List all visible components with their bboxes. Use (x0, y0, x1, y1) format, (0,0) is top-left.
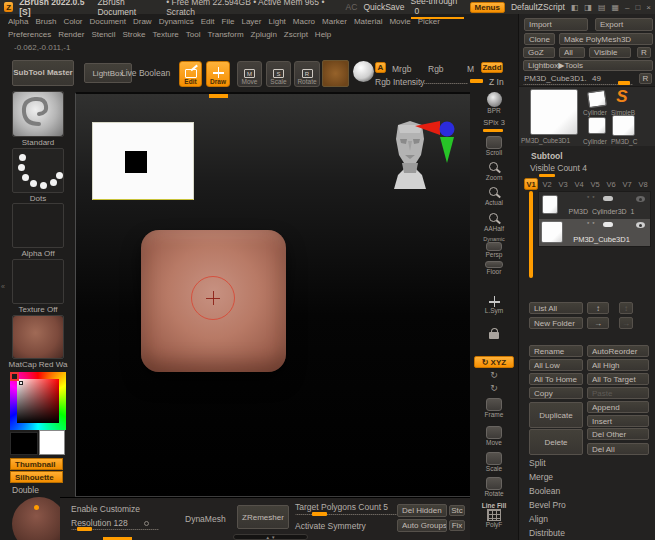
auto-groups-button[interactable]: Auto Groups (397, 519, 447, 532)
visibility-eye-icon-dim[interactable] (636, 196, 645, 202)
rotate-y-button[interactable]: ↻ (470, 370, 518, 380)
insert-button[interactable]: Insert (587, 415, 649, 427)
vtab-7[interactable]: V8 (636, 178, 650, 190)
a-toggle-button[interactable]: A (375, 62, 386, 73)
menu-3[interactable]: Document (90, 17, 126, 26)
vtab-6[interactable]: V7 (620, 178, 634, 190)
shelf-rotate-button[interactable]: Rotate (470, 477, 518, 497)
aahalf-button[interactable]: AAHalf (470, 213, 518, 232)
menus-button[interactable]: Menus (470, 2, 505, 13)
scroll-button[interactable]: Scroll (470, 136, 518, 156)
active-tool-slider[interactable]: PM3D_Cube3D1. 49 (523, 73, 653, 85)
floor-button[interactable]: Floor (470, 261, 518, 275)
distribute-section[interactable]: Distribute (529, 528, 565, 538)
del-other-button[interactable]: Del Other (587, 428, 649, 440)
thumbnail-button[interactable]: Thumbnail (10, 458, 63, 470)
copy-button[interactable]: Copy (529, 387, 583, 399)
polypaint-toggle[interactable] (603, 196, 613, 201)
menu-8[interactable]: Layer (241, 17, 261, 26)
rotate-button[interactable]: R Rotate (294, 61, 320, 87)
menu-9[interactable]: Help (315, 30, 331, 39)
menu-1[interactable]: Brush (35, 17, 56, 26)
menu-2[interactable]: Color (63, 17, 82, 26)
tray-scroll-widget[interactable]: ▲ ▼ (233, 534, 308, 540)
material-sphere-icon[interactable] (353, 61, 374, 82)
polypaint-toggle-selected[interactable] (603, 222, 613, 227)
autoreorder-button[interactable]: AutoReorder (587, 345, 649, 357)
shelf-scale-button[interactable]: Scale (470, 452, 518, 472)
minimize-button[interactable]: – (625, 3, 629, 12)
list-all-button[interactable]: List All (529, 302, 583, 314)
subtool-row-cube-selected[interactable]: ** PM3D_Cube3D1 (539, 219, 650, 246)
menu-3[interactable]: Stroke (122, 30, 145, 39)
menu-2[interactable]: Stencil (91, 30, 115, 39)
polyframe-button[interactable]: Line Fill PolyF (470, 502, 518, 528)
actual-button[interactable]: Actual (470, 187, 518, 206)
quicksave-button[interactable]: QuickSave (363, 2, 404, 12)
vtab-3[interactable]: V4 (572, 178, 586, 190)
subtool-master-button[interactable]: SubTool Master (12, 60, 74, 86)
maximize-button[interactable]: □ (635, 3, 640, 12)
resolution-radio-icon[interactable] (144, 521, 149, 526)
document-canvas[interactable] (75, 92, 470, 497)
all-to-home-button[interactable]: All To Home (529, 373, 583, 385)
mrgb-button[interactable]: Mrgb (392, 64, 411, 74)
duplicate-button[interactable]: Duplicate (529, 402, 583, 428)
scale-button[interactable]: S Scale (266, 61, 291, 87)
active-tool-handle[interactable] (618, 81, 630, 85)
all-to-target-button[interactable]: All To Target (587, 373, 649, 385)
vtab-1[interactable]: V2 (540, 178, 554, 190)
dynamesh-label[interactable]: DynaMesh (185, 514, 226, 524)
menu-4[interactable]: Draw (133, 17, 152, 26)
rotate-z-button[interactable]: ↻ (470, 383, 518, 393)
resolution-handle[interactable] (77, 527, 92, 531)
menu-11[interactable]: Marker (322, 17, 347, 26)
color-picker-cursor[interactable] (19, 381, 23, 385)
align-section[interactable]: Align (529, 514, 548, 524)
spix-handle[interactable] (483, 129, 503, 132)
scroll-down-icon[interactable]: ▼ (271, 535, 275, 540)
menu-4[interactable]: Texture (153, 30, 179, 39)
double-label[interactable]: Double (12, 485, 39, 495)
vtab-4[interactable]: V5 (588, 178, 602, 190)
boolean-section[interactable]: Boolean (529, 486, 560, 496)
move-button[interactable]: M Move (237, 61, 262, 87)
material-slot[interactable] (12, 315, 64, 359)
layout-left-icon[interactable]: ◧ (571, 3, 579, 12)
make-polymesh3d-button[interactable]: Make PolyMesh3D (559, 33, 653, 45)
preview-light-dot[interactable] (34, 505, 39, 510)
menu-0[interactable]: Alpha (8, 17, 28, 26)
bevel-pro-section[interactable]: Bevel Pro (529, 500, 566, 510)
fix-button[interactable]: Fix (449, 520, 465, 531)
goz-visible-button[interactable]: Visible (589, 47, 631, 58)
target-polygons-handle[interactable] (312, 512, 327, 516)
color-swatch[interactable] (322, 60, 349, 87)
m-button[interactable]: M (467, 64, 474, 74)
transp-lock-button[interactable] (470, 328, 518, 339)
menu-1[interactable]: Render (58, 30, 84, 39)
merge-section[interactable]: Merge (529, 472, 553, 482)
goz-all-button[interactable]: All (559, 47, 585, 58)
axis-gizmo[interactable] (413, 120, 458, 164)
tool-r-button[interactable]: R (639, 73, 652, 84)
menu-13[interactable]: Movie (389, 17, 410, 26)
menu-7[interactable]: File (222, 17, 235, 26)
visible-count-slider[interactable]: Visible Count 4 (530, 163, 587, 173)
menu-6[interactable]: Transform (207, 30, 243, 39)
new-folder-button[interactable]: New Folder (529, 317, 583, 329)
vtab-2[interactable]: V3 (556, 178, 570, 190)
goz-r-button[interactable]: R (637, 47, 651, 58)
subtool-row-cylinder[interactable]: ** PM3D_Cylinder3D_1 (539, 192, 650, 219)
preview-sphere[interactable] (12, 497, 66, 540)
alpha-slot[interactable] (12, 203, 64, 248)
rotate-xyz-button[interactable]: ↻ XYZ (470, 356, 518, 368)
tool-thumb-cube-large[interactable] (530, 89, 578, 135)
folder-move-button[interactable]: → (587, 317, 609, 329)
scroll-up-icon[interactable]: ▲ (266, 535, 270, 540)
all-high-button[interactable]: All High (587, 359, 649, 371)
delete-button[interactable]: Delete (529, 429, 583, 455)
rgb-intensity-handle[interactable] (470, 79, 483, 83)
append-button[interactable]: Append (587, 401, 649, 413)
split-section[interactable]: Split (529, 458, 546, 468)
menu-5[interactable]: Dynamics (159, 17, 194, 26)
